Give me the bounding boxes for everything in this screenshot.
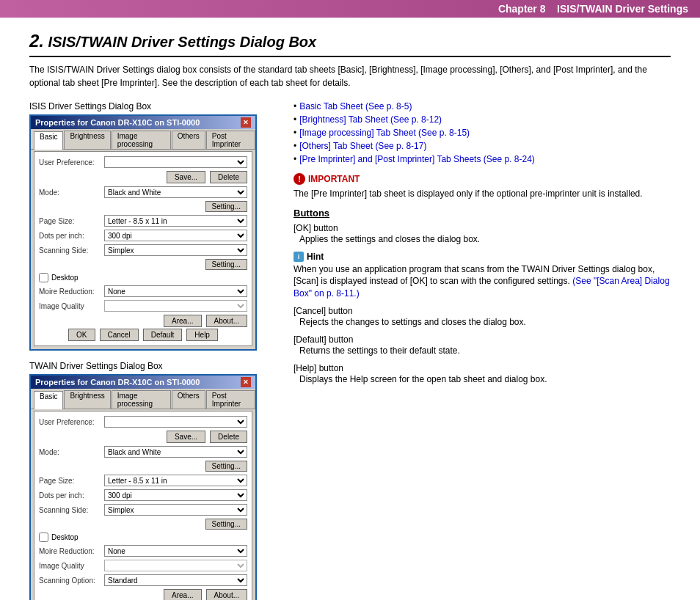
twain-tab-brightness[interactable]: Brightness (64, 390, 110, 409)
help-button-name: [Help] button (294, 363, 671, 373)
link-imprinter-tab[interactable]: [Pre Imprinter] and [Post Imprinter] Tab… (299, 154, 535, 164)
help-button-desc: Displays the Help screen for the open ta… (299, 373, 671, 386)
hint-label-row: i Hint (294, 252, 671, 262)
chapter-name: ISIS/TWAIN Driver Settings (557, 3, 688, 15)
ok-button[interactable]: OK (68, 329, 95, 341)
twain-mode-select[interactable]: Black and White (104, 446, 247, 458)
delete-button[interactable]: Delete (210, 171, 247, 183)
mode-row: Mode: Black and White (39, 186, 247, 198)
twain-tab-post-imprinter[interactable]: Post Imprinter (206, 390, 255, 409)
twain-user-pref-label: User Preference: (39, 418, 101, 426)
twain-scanning-option-select[interactable]: Standard (104, 574, 247, 586)
about-button[interactable]: About... (206, 315, 247, 327)
setting-button-2[interactable]: Setting... (205, 259, 247, 270)
desktop-checkbox[interactable] (39, 273, 48, 282)
bullet-links-list: Basic Tab Sheet (See p. 8-5) [Brightness… (294, 101, 671, 164)
twain-image-quality-select[interactable] (104, 560, 247, 571)
section-heading: 2. ISIS/TWAIN Driver Settings Dialog Box (29, 31, 671, 57)
tab-post-imprinter[interactable]: Post Imprinter (206, 131, 255, 149)
twain-image-quality-label: Image Quality (39, 562, 101, 570)
twain-desktop-checkbox[interactable] (39, 533, 48, 542)
cancel-button[interactable]: Cancel (100, 329, 139, 341)
user-pref-row: User Preference: (39, 156, 247, 168)
scanning-side-row: Scanning Side: Simplex (39, 244, 247, 256)
twain-save-button[interactable]: Save... (167, 431, 205, 443)
main-buttons-row: OK Cancel Default Help (39, 329, 247, 341)
twain-setting-button-2[interactable]: Setting... (205, 519, 247, 530)
tab-others[interactable]: Others (172, 131, 205, 149)
dots-select[interactable]: 300 dpi (104, 230, 247, 241)
cancel-button-name: [Cancel] button (294, 306, 671, 316)
link-basic-tab[interactable]: Basic Tab Sheet (See p. 8-5) (299, 101, 412, 111)
twain-user-pref-select[interactable] (104, 416, 247, 428)
scanning-side-select[interactable]: Simplex (104, 244, 247, 256)
ok-button-name: [OK] button (294, 223, 671, 233)
twain-tab-basic[interactable]: Basic (34, 391, 63, 409)
help-button[interactable]: Help (186, 329, 218, 341)
moire-select[interactable]: None (104, 285, 247, 297)
ok-button-desc: Applies the settings and closes the dial… (299, 233, 671, 246)
isis-close-button[interactable]: ✕ (241, 117, 251, 128)
link-brightness-tab[interactable]: [Brightness] Tab Sheet (See p. 8-12) (299, 114, 442, 125)
mode-select[interactable]: Black and White (104, 186, 247, 198)
user-pref-label: User Preference: (39, 158, 101, 167)
twain-about-button[interactable]: About... (206, 589, 247, 600)
twain-dots-select[interactable]: 300 dpi (104, 489, 247, 501)
isis-dialog-box: Properties for Canon DR-X10C on STI-0000… (29, 114, 257, 351)
twain-desktop-checkbox-row: Desktop (39, 533, 247, 542)
twain-page-size-select[interactable]: Letter - 8.5 x 11 in (104, 475, 247, 486)
twain-user-pref-row: User Preference: (39, 416, 247, 428)
area-button[interactable]: Area... (164, 315, 201, 327)
image-quality-label: Image Quality (39, 302, 101, 310)
important-box: ! IMPORTANT The [Pre Imprinter] tab shee… (294, 173, 671, 200)
desktop-checkbox-row: Desktop (39, 273, 247, 282)
dots-label: Dots per inch: (39, 232, 101, 240)
section-title: ISIS/TWAIN Driver Settings Dialog Box (48, 34, 317, 50)
ok-button-entry: [OK] button Applies the settings and clo… (294, 223, 671, 246)
section-number: 2. (29, 31, 44, 51)
twain-delete-button[interactable]: Delete (210, 431, 247, 443)
twain-tab-image-processing[interactable]: Image processing (112, 390, 171, 409)
bullet-link-3: [Image processing] Tab Sheet (See p. 8-1… (294, 128, 671, 138)
chapter-title: Chapter 8 ISIS/TWAIN Driver Settings (498, 3, 688, 15)
page-content: 2. ISIS/TWAIN Driver Settings Dialog Box… (0, 18, 700, 600)
setting-button-1[interactable]: Setting... (205, 201, 247, 212)
image-quality-row: Image Quality (39, 300, 247, 312)
twain-image-quality-row: Image Quality (39, 560, 247, 571)
twain-scanning-option-label: Scanning Option: (39, 577, 101, 585)
tab-brightness[interactable]: Brightness (64, 131, 110, 149)
link-others-tab[interactable]: [Others] Tab Sheet (See p. 8-17) (299, 141, 426, 151)
page-header: Chapter 8 ISIS/TWAIN Driver Settings (0, 0, 700, 18)
chapter-number: Chapter 8 (498, 3, 546, 15)
default-button[interactable]: Default (143, 329, 183, 341)
hint-label-text: Hint (307, 252, 324, 262)
important-icon: ! (294, 173, 305, 185)
page-size-label: Page Size: (39, 217, 101, 225)
twain-page-size-row: Page Size: Letter - 8.5 x 11 in (39, 475, 247, 486)
isis-dialog-titlebar: Properties for Canon DR-X10C on STI-0000… (31, 116, 255, 129)
twain-moire-select[interactable]: None (104, 545, 247, 557)
important-label-text: IMPORTANT (308, 174, 360, 184)
two-column-layout: ISIS Driver Settings Dialog Box Properti… (29, 101, 671, 600)
cancel-button-entry: [Cancel] button Rejects the changes to s… (294, 306, 671, 329)
twain-close-button[interactable]: ✕ (241, 377, 251, 387)
image-quality-select[interactable] (104, 300, 247, 312)
isis-dialog-title: Properties for Canon DR-X10C on STI-0000 (35, 118, 200, 127)
hint-icon: i (294, 252, 304, 262)
link-image-processing-tab[interactable]: [Image processing] Tab Sheet (See p. 8-1… (299, 128, 470, 138)
twain-dialog-title: Properties for Canon DR-X10C on STI-0000 (35, 378, 200, 387)
buttons-section: Buttons [OK] button Applies the settings… (294, 208, 671, 386)
moire-label: Moire Reduction: (39, 288, 101, 296)
default-button-entry: [Default] button Returns the settings to… (294, 334, 671, 357)
twain-dots-row: Dots per inch: 300 dpi (39, 489, 247, 501)
scanning-side-label: Scanning Side: (39, 246, 101, 255)
twain-area-button[interactable]: Area... (164, 589, 201, 600)
user-pref-select[interactable] (104, 156, 247, 168)
tab-image-processing[interactable]: Image processing (112, 131, 171, 149)
tab-basic[interactable]: Basic (34, 131, 63, 150)
twain-tab-others[interactable]: Others (172, 390, 205, 409)
save-button[interactable]: Save... (167, 171, 205, 183)
page-size-select[interactable]: Letter - 8.5 x 11 in (104, 215, 247, 227)
twain-scanning-side-select[interactable]: Simplex (104, 504, 247, 516)
twain-setting-button-1[interactable]: Setting... (205, 461, 247, 472)
